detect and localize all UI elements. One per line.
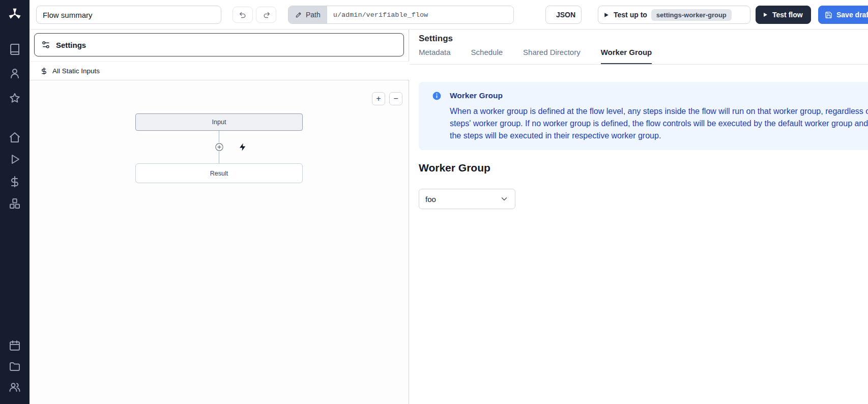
test-up-to-button[interactable]: Test up to settings-worker-group xyxy=(598,6,750,24)
zoom-out-button[interactable]: − xyxy=(389,92,402,105)
worker-group-info-alert: Worker Group When a worker group is defi… xyxy=(419,82,868,150)
json-button-label: JSON xyxy=(556,11,575,19)
windmill-logo-icon[interactable] xyxy=(7,7,22,22)
pencil-icon xyxy=(295,11,302,18)
redo-icon xyxy=(262,11,271,19)
chevron-down-icon xyxy=(500,194,509,204)
tab-metadata[interactable]: Metadata xyxy=(419,48,451,64)
alert-title: Worker Group xyxy=(450,90,868,101)
home-icon[interactable] xyxy=(9,131,21,143)
test-up-to-label: Test up to xyxy=(614,11,647,19)
all-static-inputs-row[interactable]: All Static Inputs xyxy=(30,61,409,80)
result-node[interactable]: Result xyxy=(135,163,303,183)
json-button[interactable]: JSON xyxy=(545,6,582,24)
tab-shared-directory[interactable]: Shared Directory xyxy=(523,48,581,64)
flow-settings-label: Settings xyxy=(56,41,86,49)
alert-text-column: Worker Group When a worker group is defi… xyxy=(450,90,868,142)
save-draft-button[interactable]: Save draft xyxy=(818,6,868,24)
worker-group-select-value: foo xyxy=(425,195,436,204)
worker-group-select[interactable]: foo xyxy=(419,189,515,209)
worker-group-section-title: Worker Group xyxy=(419,162,490,174)
alert-body-line: steps' worker group. If no worker group … xyxy=(450,118,868,130)
workspace-icon[interactable] xyxy=(9,43,21,55)
flow-settings-button[interactable]: Settings xyxy=(34,33,404,56)
undo-button[interactable] xyxy=(233,7,253,23)
test-flow-button[interactable]: Test flow xyxy=(756,6,811,24)
alert-body-line: the steps will be executed in their resp… xyxy=(450,130,868,142)
sliders-icon xyxy=(41,40,50,49)
favorites-star-icon[interactable] xyxy=(9,92,21,104)
redo-button[interactable] xyxy=(256,7,276,23)
path-label-text: Path xyxy=(306,11,321,19)
tab-worker-group[interactable]: Worker Group xyxy=(601,48,652,64)
variables-dollar-icon[interactable] xyxy=(9,176,21,188)
undo-icon xyxy=(239,11,247,19)
folders-icon[interactable] xyxy=(9,360,21,372)
schedules-calendar-icon[interactable] xyxy=(9,339,21,352)
path-field: Path xyxy=(288,6,514,24)
settings-panel: Settings Metadata Schedule Shared Direct… xyxy=(410,30,868,404)
tab-schedule[interactable]: Schedule xyxy=(471,48,503,64)
flow-graph-canvas[interactable]: + − Input Result xyxy=(30,81,409,404)
add-step-button[interactable] xyxy=(215,142,224,152)
input-node[interactable]: Input xyxy=(135,113,303,131)
settings-panel-title: Settings xyxy=(419,34,453,44)
play-icon xyxy=(762,12,768,18)
runs-play-icon[interactable] xyxy=(9,153,21,165)
play-icon xyxy=(603,12,610,18)
test-flow-label: Test flow xyxy=(772,11,803,19)
path-input[interactable] xyxy=(327,6,513,23)
alert-body-line: When a worker group is defined at the fl… xyxy=(450,105,868,118)
all-static-inputs-label: All Static Inputs xyxy=(52,67,100,75)
save-icon xyxy=(825,11,832,19)
edit-path-button[interactable]: Path xyxy=(288,6,327,23)
user-icon[interactable] xyxy=(9,67,21,79)
save-draft-label: Save draft xyxy=(836,11,868,19)
groups-users-icon[interactable] xyxy=(9,381,21,393)
flow-summary-input[interactable] xyxy=(36,6,221,24)
sidebar xyxy=(0,0,30,404)
topbar: Path JSON Test up to settings-worker-gro… xyxy=(30,0,868,30)
zoom-in-button[interactable]: + xyxy=(372,92,385,105)
trigger-bolt-button[interactable] xyxy=(238,142,247,152)
flow-editor-panel: Settings All Static Inputs + − Input Res… xyxy=(30,30,409,404)
settings-tabs: Metadata Schedule Shared Directory Worke… xyxy=(410,48,868,65)
dollar-icon xyxy=(40,67,48,75)
info-icon xyxy=(432,91,442,101)
test-up-to-step-badge: settings-worker-group xyxy=(651,9,732,21)
resources-boxes-icon[interactable] xyxy=(9,197,21,210)
